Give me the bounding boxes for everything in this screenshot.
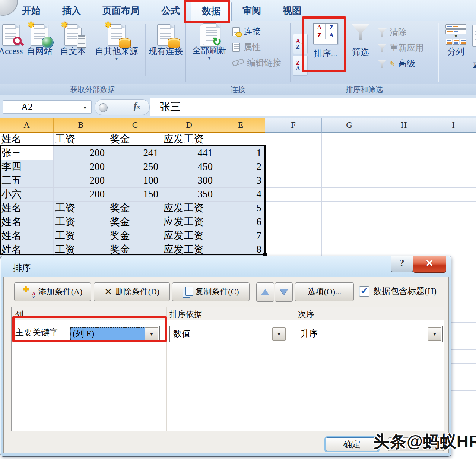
tab-插入[interactable]: 插入 <box>51 0 92 21</box>
from-text-button[interactable]: ✱ 自文本 <box>57 24 89 56</box>
sort-on-select[interactable]: 数值 ▼ <box>169 326 287 342</box>
column-header-G[interactable]: G <box>322 118 377 133</box>
cell-B7[interactable]: 工资 <box>54 215 108 229</box>
column-header-A[interactable]: A <box>0 118 54 133</box>
column-header-I[interactable]: I <box>431 118 476 133</box>
cell-A5[interactable]: 小六 <box>0 188 54 202</box>
ok-button[interactable]: 确定 <box>326 437 378 451</box>
cell-H1[interactable] <box>377 133 431 146</box>
cell-I1[interactable] <box>431 133 476 146</box>
cell-G9[interactable] <box>322 243 377 257</box>
header-checkbox-label[interactable]: 数据包含标题(H) <box>373 285 437 297</box>
move-up-button[interactable] <box>256 282 274 302</box>
cell-C9[interactable]: 奖金 <box>108 243 162 257</box>
cell-C8[interactable]: 奖金 <box>108 229 162 243</box>
cell-E4[interactable]: 3 <box>216 174 265 188</box>
cell-E1[interactable] <box>216 133 265 146</box>
cell-B8[interactable]: 工资 <box>54 229 108 243</box>
delete-condition-button[interactable]: ✕ 删除条件(D) <box>94 282 170 301</box>
cell-F3[interactable] <box>265 160 322 174</box>
cell-A6[interactable]: 姓名 <box>0 202 54 215</box>
cell-G7[interactable] <box>322 215 377 229</box>
cell-D4[interactable]: 300 <box>162 174 216 188</box>
cell-E8[interactable]: 7 <box>216 229 265 243</box>
cell-G1[interactable] <box>322 133 377 146</box>
cell-B3[interactable]: 200 <box>54 160 108 174</box>
cell-E7[interactable]: 6 <box>216 215 265 229</box>
cell-F8[interactable] <box>265 229 322 243</box>
sort-button[interactable]: AZZA 排序... <box>307 23 344 58</box>
cell-I4[interactable] <box>431 174 476 188</box>
cell-B6[interactable]: 工资 <box>54 202 108 215</box>
column-header-C[interactable]: C <box>108 118 162 133</box>
move-down-button[interactable] <box>275 282 293 302</box>
cell-B4[interactable]: 200 <box>54 174 108 188</box>
filter-button[interactable]: 筛选 <box>346 24 375 57</box>
tab-公式[interactable]: 公式 <box>150 0 191 21</box>
cell-G8[interactable] <box>322 229 377 243</box>
cell-B1[interactable]: 工资 <box>54 133 108 146</box>
cell-F6[interactable] <box>265 202 322 215</box>
chevron-down-icon[interactable]: ▼ <box>272 327 286 341</box>
chevron-down-icon[interactable]: ▼ <box>145 327 158 341</box>
cell-B5[interactable]: 200 <box>54 188 108 202</box>
cell-I7[interactable] <box>431 215 476 229</box>
cell-C5[interactable]: 150 <box>108 188 162 202</box>
sort-ascending-button[interactable]: AZ ▼ <box>293 34 308 54</box>
cell-A9[interactable]: 姓名 <box>0 243 54 257</box>
column-header-D[interactable]: D <box>162 118 216 133</box>
help-button[interactable]: ? <box>391 256 413 272</box>
cell-G5[interactable] <box>322 188 377 202</box>
cell-E3[interactable]: 2 <box>216 160 265 174</box>
existing-connections-button[interactable]: 现有连接 <box>147 24 185 56</box>
cell-F9[interactable] <box>265 243 322 257</box>
reapply-button[interactable]: 重新应用 <box>378 41 424 55</box>
cell-D8[interactable]: 应发工资 <box>162 229 216 243</box>
chevron-down-icon[interactable]: ▼ <box>428 327 441 341</box>
cell-D3[interactable]: 450 <box>162 160 216 174</box>
connections-button[interactable]: 连接 <box>232 25 288 38</box>
column-header-B[interactable]: B <box>54 118 108 133</box>
cell-H6[interactable] <box>377 202 431 215</box>
cell-F1[interactable] <box>265 133 322 146</box>
cell-I5[interactable] <box>431 188 476 202</box>
column-header-H[interactable]: H <box>377 118 431 133</box>
cell-A8[interactable]: 姓名 <box>0 229 54 243</box>
edit-links-button[interactable]: 编辑链接 <box>232 56 292 70</box>
text-to-columns-button[interactable]: ▼ 分列 <box>442 24 470 57</box>
cell-B2[interactable]: 200 <box>54 146 108 160</box>
cell-I2[interactable] <box>431 146 476 160</box>
cell-I3[interactable] <box>431 160 476 174</box>
cell-F7[interactable] <box>265 215 322 229</box>
cell-E9[interactable]: 8 <box>216 243 265 257</box>
cell-D2[interactable]: 441 <box>162 146 216 160</box>
cell-F5[interactable] <box>265 188 322 202</box>
cell-G4[interactable] <box>322 174 377 188</box>
cell-H9[interactable] <box>377 243 431 257</box>
cell-C6[interactable]: 奖金 <box>108 202 162 215</box>
cell-A3[interactable]: 李四 <box>0 160 54 174</box>
cell-H5[interactable] <box>377 188 431 202</box>
tab-视图[interactable]: 视图 <box>272 0 312 21</box>
cell-C1[interactable]: 奖金 <box>108 133 162 146</box>
column-header-E[interactable]: E <box>216 118 265 133</box>
cell-F4[interactable] <box>265 174 322 188</box>
cell-A7[interactable]: 姓名 <box>0 215 54 229</box>
close-button[interactable]: ✕ <box>413 256 446 273</box>
cell-I6[interactable] <box>431 202 476 215</box>
cell-H7[interactable] <box>377 215 431 229</box>
insert-function-button[interactable]: fx <box>95 99 150 115</box>
add-condition-button[interactable]: ✚AZ 添加条件(A) <box>14 282 91 301</box>
cell-H3[interactable] <box>377 160 431 174</box>
cell-G3[interactable] <box>322 160 377 174</box>
cell-D1[interactable]: 应发工资 <box>162 133 216 146</box>
advanced-filter-button[interactable]: ✎ 高级 <box>378 57 415 70</box>
cell-C2[interactable]: 241 <box>108 146 162 160</box>
from-web-button[interactable]: ✱ 自网站 <box>23 24 56 56</box>
column-header-F[interactable]: F <box>265 118 322 133</box>
cell-D6[interactable]: 应发工资 <box>162 202 216 215</box>
cell-C4[interactable]: 100 <box>108 174 162 188</box>
refresh-all-button[interactable]: ↻ 全部刷新 ▼ <box>188 23 231 60</box>
tab-审阅[interactable]: 审阅 <box>232 0 272 21</box>
from-other-sources-button[interactable]: ✱ 自其他来源 ▼ <box>90 24 143 61</box>
